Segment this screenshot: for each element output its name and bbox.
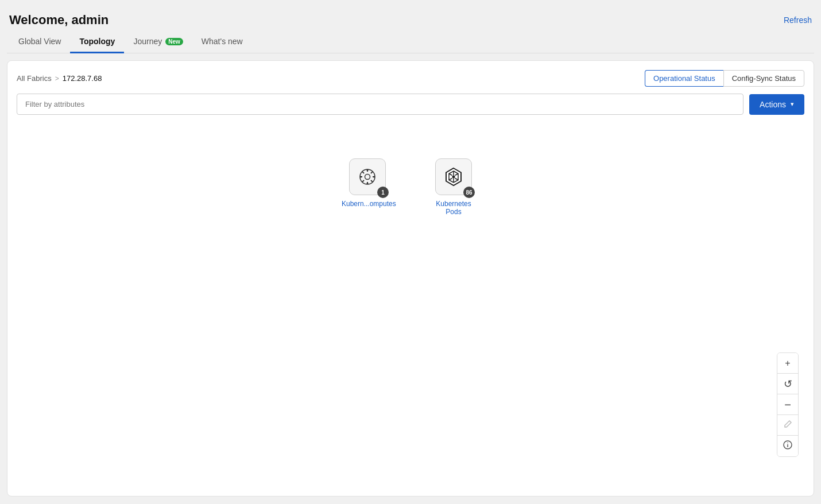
svg-line-6 [362,172,364,173]
svg-point-25 [787,443,788,444]
welcome-title: Welcome, admin [9,13,109,28]
breadcrumb: All Fabrics > 172.28.7.68 [17,74,102,83]
breadcrumb-current: 172.28.7.68 [63,74,102,83]
tab-whats-new[interactable]: What's new [192,32,252,53]
svg-point-12 [360,176,362,178]
svg-point-16 [452,176,455,179]
info-button[interactable] [777,436,798,456]
node-label-computes: Kubern...omputes [342,200,393,208]
svg-line-8 [371,172,373,173]
filter-actions-row: Actions ▾ [17,94,804,115]
edit-button[interactable] [777,415,798,436]
zoom-in-button[interactable]: + [777,353,798,374]
nav-tabs: Global View Topology Journey New What's … [7,32,814,53]
tab-journey[interactable]: Journey New [124,32,192,53]
svg-point-11 [367,183,369,184]
page-wrapper: Welcome, admin Refresh Global View Topol… [7,7,814,497]
status-button-group: Operational Status Config-Sync Status [645,70,804,87]
actions-button[interactable]: Actions ▾ [749,94,804,115]
topology-canvas: 1 Kubern...omputes [17,124,804,468]
zoom-reset-button[interactable]: ↺ [777,374,798,394]
node-badge-computes: 1 [377,187,389,198]
kubernetes-pods-icon [443,166,464,188]
svg-line-7 [371,180,373,182]
zoom-out-icon: − [784,399,791,410]
zoom-in-icon: + [785,358,790,369]
breadcrumb-separator: > [55,75,59,83]
svg-point-10 [367,169,369,171]
zoom-out-button[interactable]: − [777,394,798,415]
svg-point-13 [373,176,375,178]
tab-global-view[interactable]: Global View [9,32,70,53]
top-bar: Welcome, admin Refresh [7,7,814,32]
main-content: All Fabrics > 172.28.7.68 Operational St… [7,60,814,497]
breadcrumb-parent[interactable]: All Fabrics [17,74,52,83]
kubernetes-compute-icon [357,166,378,188]
toolbar: All Fabrics > 172.28.7.68 Operational St… [17,70,804,87]
config-sync-status-button[interactable]: Config-Sync Status [723,70,804,87]
new-badge: New [165,38,183,45]
node-icon-wrapper-pods: 86 [435,158,472,195]
svg-line-9 [362,180,364,182]
info-icon [783,440,792,452]
node-badge-pods: 86 [463,187,475,198]
topology-node-kubernetes-pods[interactable]: 86 Kubernetes Pods [428,158,479,216]
topology-nodes: 1 Kubern...omputes [17,124,804,216]
node-icon-wrapper-computes: 1 [349,158,386,195]
topology-node-kubern-computes[interactable]: 1 Kubern...omputes [342,158,393,216]
svg-point-1 [365,175,370,180]
chevron-down-icon: ▾ [791,100,794,108]
zoom-reset-icon: ↺ [784,378,792,390]
node-label-pods: Kubernetes Pods [428,200,479,216]
actions-button-label: Actions [760,100,786,109]
filter-input[interactable] [17,94,743,115]
edit-icon [783,420,792,431]
tab-topology[interactable]: Topology [70,32,124,53]
zoom-controls: + ↺ − [777,352,799,457]
refresh-button[interactable]: Refresh [784,15,812,25]
operational-status-button[interactable]: Operational Status [645,70,723,87]
